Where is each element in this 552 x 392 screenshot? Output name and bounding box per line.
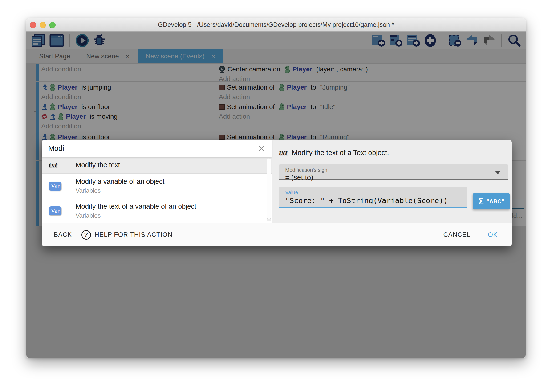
- list-scrollbar[interactable]: [267, 158, 271, 221]
- result-title: Modify the text: [76, 161, 120, 169]
- icon-slot: txt: [49, 161, 76, 169]
- gdevelop-window: GDevelop 5 - /Users/david/Documents/GDev…: [26, 18, 526, 358]
- chevron-down-icon[interactable]: [495, 171, 500, 174]
- select-value: = (set to): [285, 173, 313, 181]
- search-results-list: txt Modify the text Var Modify a variabl…: [42, 157, 271, 223]
- result-subtitle: Variables: [76, 187, 164, 194]
- instruction-editor-dialog: Modi txt Modify the text: [42, 140, 512, 246]
- value-label: Value: [285, 189, 298, 196]
- icon-slot: Var: [49, 182, 76, 191]
- value-field[interactable]: Value "Score: " + ToString(Variable(Scor…: [279, 187, 467, 209]
- text-object-icon: txt: [279, 148, 288, 157]
- variable-icon: Var: [49, 182, 62, 191]
- select-label: Modification's sign: [285, 167, 327, 173]
- icon-slot: Var: [49, 206, 76, 215]
- scrollbar-thumb[interactable]: [267, 158, 271, 219]
- value-input[interactable]: "Score: " + ToString(Variable(Score)): [285, 196, 448, 205]
- result-text: Modify a variable of an object Variables: [76, 178, 164, 194]
- result-subtitle: Variables: [76, 212, 196, 219]
- minimize-window-button[interactable]: [40, 22, 46, 28]
- result-modify-the-text[interactable]: txt Modify the text: [42, 157, 271, 174]
- titlebar[interactable]: GDevelop 5 - /Users/david/Documents/GDev…: [26, 18, 526, 32]
- result-text: Modify the text of a variable of an obje…: [76, 203, 196, 219]
- ok-button[interactable]: OK: [488, 231, 498, 238]
- instruction-header: txt Modify the text of a Text object.: [279, 148, 389, 157]
- text-object-icon: txt: [49, 161, 57, 169]
- search-input[interactable]: Modi: [48, 144, 257, 153]
- result-modify-text-of-variable-of-object[interactable]: Var Modify the text of a variable of an …: [42, 198, 271, 223]
- back-button[interactable]: BACK: [54, 231, 72, 238]
- traffic-lights: [30, 18, 55, 32]
- window-title: GDevelop 5 - /Users/david/Documents/GDev…: [26, 21, 526, 28]
- result-title: Modify a variable of an object: [76, 178, 164, 185]
- open-expression-editor-button[interactable]: Σ "ABC": [473, 193, 510, 210]
- close-window-button[interactable]: [30, 22, 36, 28]
- clear-search-icon[interactable]: [257, 144, 265, 152]
- modification-sign-select[interactable]: Modification's sign = (set to): [279, 164, 508, 180]
- cancel-button[interactable]: CANCEL: [443, 231, 470, 238]
- instruction-title: Modify the text of a Text object.: [292, 149, 389, 157]
- help-button[interactable]: HELP FOR THIS ACTION: [95, 231, 172, 238]
- variable-icon: Var: [49, 206, 62, 215]
- instruction-search-panel: Modi txt Modify the text: [42, 140, 271, 223]
- result-title: Modify the text of a variable of an obje…: [76, 203, 196, 210]
- desktop: GDevelop 5 - /Users/david/Documents/GDev…: [0, 0, 552, 392]
- abc-label: "ABC": [487, 198, 504, 205]
- sigma-icon: Σ: [478, 196, 484, 207]
- dialog-footer: BACK ? HELP FOR THIS ACTION CANCEL OK: [42, 223, 512, 246]
- help-icon[interactable]: ?: [82, 230, 91, 240]
- search-bar[interactable]: Modi: [42, 140, 271, 157]
- result-modify-variable-of-object[interactable]: Var Modify a variable of an object Varia…: [42, 174, 271, 198]
- zoom-window-button[interactable]: [49, 22, 55, 28]
